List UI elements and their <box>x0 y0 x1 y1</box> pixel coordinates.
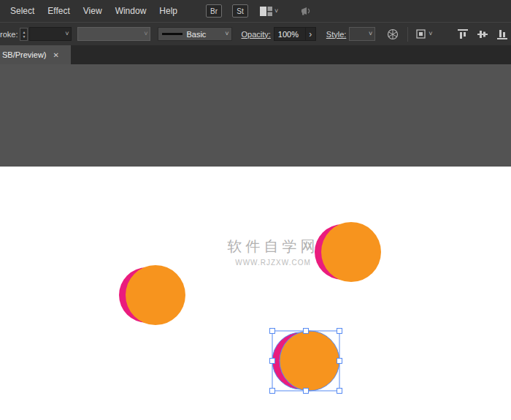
align-bottom-icon[interactable] <box>496 28 508 40</box>
brush-stroke-preview <box>162 33 182 35</box>
align-buttons <box>457 28 508 40</box>
stock-button[interactable]: St <box>232 4 248 18</box>
stroke-label[interactable]: roke: <box>0 30 18 39</box>
align-vertical-center-icon[interactable] <box>477 28 488 40</box>
stepper-down-icon: ▼ <box>22 34 26 39</box>
brush-definition-dropdown[interactable]: Basic ˅ <box>158 27 232 41</box>
selection-handle[interactable] <box>304 329 309 334</box>
two-tone-ball-2[interactable] <box>315 222 381 282</box>
document-tab-bar: SB/Preview) ✕ <box>0 45 511 64</box>
divider <box>407 27 408 42</box>
width-profile-dropdown[interactable]: ˅ <box>77 27 150 41</box>
graphic-style-dropdown[interactable]: ˅ <box>349 27 375 41</box>
selection-handle[interactable] <box>270 329 275 334</box>
chevron-down-icon: ˅ <box>274 8 278 15</box>
share-button[interactable] <box>300 6 312 16</box>
selection-handle[interactable] <box>270 389 275 394</box>
workspace-switcher-button[interactable]: ˅ <box>260 7 278 16</box>
chevron-down-icon: ˅ <box>429 31 432 37</box>
opacity-link[interactable]: Opacity: <box>241 30 270 39</box>
document-setup-button[interactable]: ˅ <box>415 28 432 39</box>
bridge-button[interactable]: Br <box>206 4 222 18</box>
document-icon <box>415 28 426 39</box>
document-tab[interactable]: SB/Preview) ✕ <box>0 45 71 64</box>
selection-handle[interactable] <box>337 329 342 334</box>
brush-name: Basic <box>186 30 223 39</box>
menu-help[interactable]: Help <box>153 6 184 16</box>
chevron-down-icon: ˅ <box>225 31 228 37</box>
chevron-down-icon: ˅ <box>369 31 372 37</box>
menu-window[interactable]: Window <box>109 6 153 16</box>
two-tone-ball-3[interactable] <box>272 331 339 391</box>
selection-handle[interactable] <box>270 359 275 364</box>
selection-handle[interactable] <box>337 389 342 394</box>
opacity-dropdown-arrow[interactable]: › <box>306 27 316 41</box>
align-top-icon[interactable] <box>457 28 469 40</box>
menu-bar: Select Effect View Window Help Br St ˅ <box>0 0 511 22</box>
menu-view[interactable]: View <box>77 6 109 16</box>
two-tone-ball-1[interactable] <box>119 265 185 325</box>
close-icon[interactable]: ✕ <box>53 51 59 59</box>
document-tab-title: SB/Preview) <box>2 50 47 59</box>
stroke-weight-dropdown[interactable]: ˅ <box>29 27 72 41</box>
chevron-down-icon: ˅ <box>65 31 69 37</box>
color-wheel-icon <box>387 28 399 40</box>
illustrator-window: Select Effect View Window Help Br St ˅ r… <box>0 0 511 420</box>
selection-handle[interactable] <box>304 389 309 394</box>
workspace-icon <box>260 7 272 16</box>
megaphone-icon <box>300 6 312 16</box>
menu-select[interactable]: Select <box>4 6 41 16</box>
opacity-input[interactable]: 100% <box>274 27 306 41</box>
recolor-artwork-button[interactable] <box>387 28 399 40</box>
control-bar: roke: ▲ ▼ ˅ ˅ Basic ˅ Opacity: 100% › St… <box>0 22 511 45</box>
menu-effect[interactable]: Effect <box>41 6 76 16</box>
chevron-down-icon: ˅ <box>144 31 147 37</box>
stroke-weight-stepper[interactable]: ▲ ▼ <box>20 28 28 41</box>
selection-handle[interactable] <box>337 359 342 364</box>
style-link[interactable]: Style: <box>326 30 347 39</box>
